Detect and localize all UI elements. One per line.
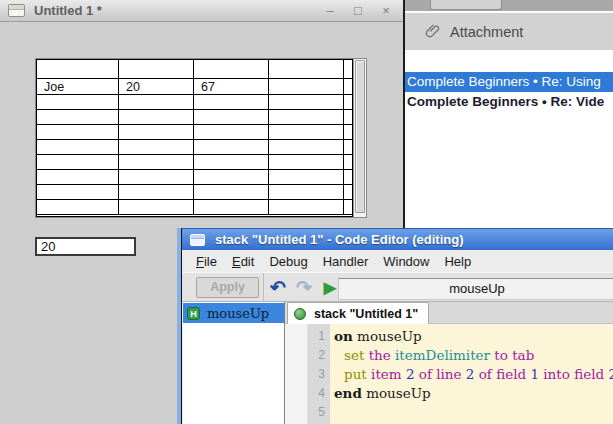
table-cell[interactable] — [269, 79, 344, 94]
table-cell[interactable] — [344, 170, 352, 184]
table-cell[interactable] — [194, 125, 269, 139]
table-scrollbar[interactable] — [353, 59, 366, 217]
table-cell[interactable] — [344, 155, 352, 169]
maximize-icon[interactable]: □ — [349, 3, 367, 18]
table-cell[interactable] — [344, 110, 352, 124]
handler-label: mouseUp — [207, 306, 269, 321]
table-cell[interactable] — [37, 125, 119, 139]
table-cell[interactable] — [194, 60, 269, 78]
apply-button[interactable]: Apply — [196, 277, 259, 298]
table-cell[interactable] — [37, 185, 119, 199]
table-row[interactable] — [37, 185, 352, 200]
table-cell[interactable] — [194, 185, 269, 199]
undo-icon[interactable]: ↶ — [267, 274, 289, 301]
code-token: 2 — [608, 366, 613, 382]
menu-handler[interactable]: Handler — [323, 254, 369, 269]
table-row[interactable] — [37, 200, 352, 215]
table-row[interactable]: Joe2067 — [37, 79, 352, 95]
minimize-icon[interactable]: – — [321, 3, 339, 18]
table-cell[interactable] — [344, 60, 352, 78]
background-button-remnant[interactable] — [430, 0, 502, 10]
table-cell[interactable] — [37, 170, 119, 184]
table-cell[interactable] — [269, 110, 344, 124]
code-line[interactable]: set the itemDelimiter to tab — [330, 346, 613, 365]
menu-file[interactable]: File — [196, 254, 217, 269]
table-cell[interactable] — [344, 140, 352, 154]
table-cell[interactable] — [269, 200, 344, 214]
code-line[interactable] — [330, 403, 613, 422]
table-cell[interactable] — [269, 95, 344, 109]
table-cell[interactable] — [119, 185, 194, 199]
title-bar[interactable]: stack "Untitled 1" - Code Editor (editin… — [182, 228, 613, 250]
table-cell[interactable] — [37, 60, 119, 78]
table-cell[interactable] — [194, 95, 269, 109]
table-cell[interactable] — [344, 79, 352, 94]
menu-window[interactable]: Window — [383, 254, 429, 269]
code-token: into — [543, 366, 570, 382]
table-cell[interactable]: Joe — [37, 79, 119, 94]
table-row[interactable] — [37, 170, 352, 185]
redo-icon[interactable]: ↷ — [293, 274, 315, 301]
table-cell[interactable]: 67 — [194, 79, 269, 94]
table-row[interactable] — [37, 155, 352, 170]
table-cell[interactable] — [344, 200, 352, 214]
table-cell[interactable] — [269, 125, 344, 139]
scrollbar-thumb[interactable] — [355, 60, 365, 213]
tab-stack-untitled-1[interactable]: stack "Untitled 1" — [287, 302, 429, 324]
table-row[interactable] — [37, 95, 352, 110]
table-cell[interactable] — [119, 110, 194, 124]
table-cell[interactable] — [194, 110, 269, 124]
table-cell[interactable] — [344, 95, 352, 109]
table-cell[interactable] — [194, 155, 269, 169]
close-icon[interactable]: × — [377, 3, 395, 18]
table-cell[interactable] — [194, 170, 269, 184]
table-cell[interactable] — [119, 125, 194, 139]
table-cell[interactable] — [269, 60, 344, 78]
list-item[interactable]: Complete Beginners • Re: Vide — [405, 92, 613, 112]
line-number: 2 — [308, 346, 330, 365]
table-cell[interactable] — [37, 200, 119, 214]
menu-edit[interactable]: Edit — [232, 254, 254, 269]
code-line[interactable]: put item 2 of line 2 of field 1 into fie… — [330, 365, 613, 384]
table-cell[interactable] — [37, 110, 119, 124]
data-table[interactable]: Joe2067 — [36, 59, 353, 217]
table-cell[interactable] — [269, 170, 344, 184]
window-title: stack "Untitled 1" - Code Editor (editin… — [215, 232, 464, 247]
table-cell[interactable] — [119, 170, 194, 184]
table-cell[interactable] — [269, 185, 344, 199]
code-line[interactable]: on mouseUp — [330, 327, 613, 346]
table-cell[interactable] — [269, 140, 344, 154]
menu-debug[interactable]: Debug — [269, 254, 307, 269]
table-cell[interactable] — [194, 200, 269, 214]
table-cell[interactable] — [119, 155, 194, 169]
code-token: to — [494, 347, 508, 363]
handler-combo[interactable]: mouseUp — [338, 278, 613, 300]
table-cell[interactable] — [119, 60, 194, 78]
table-row[interactable] — [37, 140, 352, 155]
breakpoint-gutter[interactable] — [285, 324, 308, 424]
output-field[interactable]: 20 — [35, 237, 136, 256]
menu-help[interactable]: Help — [444, 254, 471, 269]
table-cell[interactable]: 20 — [119, 79, 194, 94]
code-text[interactable]: on mouseUpset the itemDelimiter to tabpu… — [330, 324, 613, 424]
line-number: 1 — [308, 327, 330, 346]
handler-list-item-mouseup[interactable]: H mouseUp — [183, 303, 284, 323]
code-line[interactable]: end mouseUp — [330, 384, 613, 403]
table-cell[interactable] — [344, 185, 352, 199]
table-cell[interactable] — [344, 125, 352, 139]
table-cell[interactable] — [37, 95, 119, 109]
code-area[interactable]: 123456 on mouseUpset the itemDelimiter t… — [285, 324, 613, 424]
list-item[interactable]: Complete Beginners • Re: Using — [405, 72, 613, 92]
table-cell[interactable] — [37, 155, 119, 169]
table-cell[interactable] — [37, 140, 119, 154]
table-row[interactable] — [37, 110, 352, 125]
table-row[interactable] — [37, 125, 352, 140]
title-bar[interactable]: Untitled 1 * – □ × — [0, 0, 403, 22]
table-row[interactable] — [37, 60, 352, 79]
table-cell[interactable] — [119, 140, 194, 154]
table-cell[interactable] — [269, 155, 344, 169]
code-token: itemDelimiter — [395, 347, 490, 363]
table-cell[interactable] — [119, 200, 194, 214]
table-cell[interactable] — [119, 95, 194, 109]
table-cell[interactable] — [194, 140, 269, 154]
